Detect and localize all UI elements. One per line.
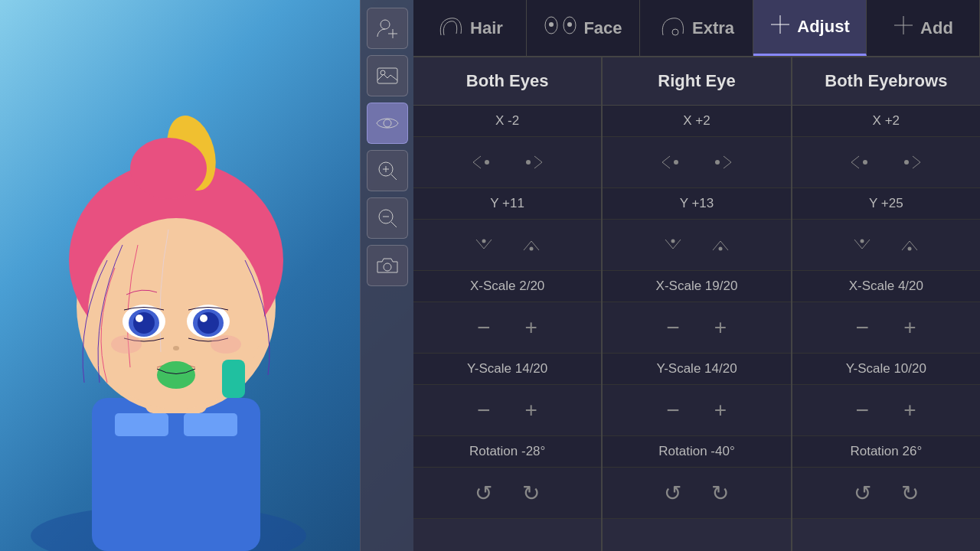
both-eyes-header: Both Eyes <box>413 57 601 106</box>
svg-point-47 <box>526 160 531 165</box>
both-eyebrows-rotate-ccw[interactable]: ↺ <box>846 477 878 509</box>
both-eyebrows-x-right[interactable] <box>893 146 926 178</box>
svg-point-36 <box>384 263 391 271</box>
both-eyebrows-yscale-plus[interactable]: + <box>893 394 926 426</box>
column-right-eye: Right Eye X +2 Y +13 <box>603 57 792 551</box>
tab-face[interactable]: Face <box>527 0 640 56</box>
both-eyes-xscale-controls: − + <box>413 302 601 354</box>
svg-point-19 <box>157 361 195 389</box>
both-eyes-rotate-cw[interactable]: ↻ <box>515 477 547 509</box>
both-eyes-y-controls <box>413 220 601 271</box>
both-eyes-x-right[interactable] <box>515 146 547 178</box>
column-both-eyebrows: Both Eyebrows X +2 Y +25 <box>792 57 980 551</box>
both-eyes-x-label: X -2 <box>413 106 601 137</box>
both-eyes-y-label: Y +11 <box>413 188 601 220</box>
sidebar <box>360 0 413 551</box>
svg-point-40 <box>567 22 572 27</box>
right-eye-y-controls <box>603 220 790 271</box>
both-eyebrows-y-controls <box>792 220 980 271</box>
zoom-in-button[interactable] <box>367 150 408 191</box>
svg-point-17 <box>200 315 207 322</box>
both-eyebrows-x-left[interactable] <box>846 146 878 178</box>
right-eye-xscale-minus[interactable]: − <box>657 311 689 344</box>
svg-point-50 <box>674 160 678 165</box>
both-eyebrows-xscale-minus[interactable]: − <box>846 311 878 344</box>
both-eyebrows-yscale-controls: − + <box>792 385 980 436</box>
right-eye-y-up[interactable] <box>704 229 737 261</box>
both-eyes-y-down[interactable] <box>468 229 500 261</box>
svg-rect-2 <box>115 413 168 436</box>
zoom-out-button[interactable] <box>367 197 408 239</box>
svg-point-49 <box>529 247 533 251</box>
svg-point-16 <box>198 312 219 334</box>
right-eye-xscale-controls: − + <box>603 302 790 354</box>
tab-adjust[interactable]: Adjust <box>753 0 867 56</box>
both-eyebrows-rotate-cw[interactable]: ↻ <box>893 477 926 509</box>
svg-point-55 <box>904 160 909 165</box>
both-eyes-xscale-minus[interactable]: − <box>468 311 500 344</box>
eye-button[interactable] <box>367 103 408 144</box>
both-eyebrows-rotation-label: Rotation 26° <box>792 436 980 468</box>
both-eyebrows-yscale-minus[interactable]: − <box>846 394 878 426</box>
svg-line-30 <box>391 174 397 180</box>
both-eyes-xscale-plus[interactable]: + <box>515 311 547 344</box>
svg-rect-26 <box>377 68 397 83</box>
both-eyes-x-controls <box>413 137 601 188</box>
both-eyebrows-y-label: Y +25 <box>792 188 980 220</box>
right-eye-y-label: Y +13 <box>603 188 790 220</box>
both-eyebrows-y-down[interactable] <box>846 229 878 261</box>
svg-point-54 <box>863 160 867 165</box>
right-eye-rotate-ccw[interactable]: ↺ <box>657 477 689 509</box>
both-eyes-xscale-label: X-Scale 2/20 <box>413 271 601 302</box>
right-eye-y-down[interactable] <box>657 229 689 261</box>
tab-extra-label: Extra <box>692 18 734 38</box>
right-eye-yscale-minus[interactable]: − <box>657 394 689 426</box>
both-eyebrows-x-controls <box>792 137 980 188</box>
svg-point-23 <box>381 20 390 29</box>
tab-add-label: Add <box>920 18 953 38</box>
nav-tabs: Hair Face Extra <box>413 0 980 57</box>
columns-area: Both Eyes X -2 Y +11 <box>413 57 980 551</box>
both-eyes-x-left[interactable] <box>468 146 500 178</box>
camera-button[interactable] <box>367 245 408 286</box>
tab-hair[interactable]: Hair <box>413 0 527 56</box>
both-eyebrows-xscale-plus[interactable]: + <box>893 311 926 344</box>
right-eye-yscale-plus[interactable]: + <box>704 394 737 426</box>
tab-add[interactable]: Add <box>867 0 980 56</box>
both-eyes-rotate-ccw[interactable]: ↺ <box>468 477 500 509</box>
add-user-button[interactable] <box>367 8 408 49</box>
both-eyebrows-y-up[interactable] <box>893 229 926 261</box>
both-eyebrows-header: Both Eyebrows <box>792 57 980 106</box>
right-eye-xscale-plus[interactable]: + <box>704 311 737 344</box>
both-eyes-yscale-controls: − + <box>413 385 601 436</box>
svg-point-52 <box>671 240 675 243</box>
tab-adjust-label: Adjust <box>797 17 849 37</box>
svg-rect-3 <box>184 413 237 436</box>
adjust-icon <box>769 14 791 41</box>
svg-point-57 <box>908 247 912 251</box>
both-eyes-rotation-controls: ↺ ↻ <box>413 468 601 519</box>
add-icon <box>893 15 914 41</box>
both-eyes-yscale-plus[interactable]: + <box>515 394 547 426</box>
svg-point-53 <box>718 247 722 251</box>
right-eye-xscale-label: X-Scale 19/20 <box>603 271 790 302</box>
tab-hair-label: Hair <box>470 18 503 38</box>
right-eye-x-left[interactable] <box>657 146 689 178</box>
right-eye-x-right[interactable] <box>704 146 737 178</box>
image-button[interactable] <box>367 55 408 96</box>
both-eyes-yscale-minus[interactable]: − <box>468 394 500 426</box>
svg-point-13 <box>136 315 143 322</box>
svg-point-56 <box>861 240 864 243</box>
hair-icon <box>436 14 464 42</box>
both-eyebrows-rotation-controls: ↺ ↻ <box>792 468 980 519</box>
right-eye-rotate-cw[interactable]: ↻ <box>704 477 737 509</box>
character-illustration <box>15 92 337 551</box>
svg-point-12 <box>133 312 155 334</box>
right-eye-rotation-controls: ↺ ↻ <box>603 468 790 519</box>
right-eye-x-controls <box>603 137 790 188</box>
svg-point-41 <box>672 29 678 35</box>
both-eyes-y-up[interactable] <box>515 229 547 261</box>
both-eyes-yscale-label: Y-Scale 14/20 <box>413 354 601 385</box>
tab-extra[interactable]: Extra <box>640 0 753 56</box>
column-both-eyes: Both Eyes X -2 Y +11 <box>413 57 603 551</box>
